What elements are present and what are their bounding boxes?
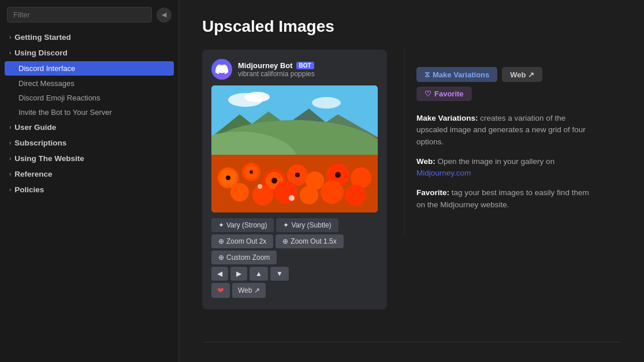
chevron-right-icon-6: ›: [9, 186, 11, 193]
svg-point-30: [250, 170, 253, 174]
sidebar-item-discord-emoji-reactions[interactable]: Discord Emoji Reactions: [0, 91, 178, 105]
vary-subtle-icon: ✦: [283, 221, 289, 229]
svg-point-21: [230, 183, 249, 201]
sidebar-item-direct-messages[interactable]: Direct Messages: [0, 76, 178, 91]
sidebar-item-invite-bot[interactable]: Invite the Bot to Your Server: [0, 105, 178, 120]
custom-zoom-button[interactable]: ⊕ Custom Zoom: [211, 251, 277, 264]
discord-card: Midjourney Bot BOT vibrant california po…: [202, 50, 387, 309]
sidebar-item-using-website[interactable]: › Using The Website: [0, 151, 178, 166]
generated-image-container: [211, 85, 378, 212]
vary-subtle-button[interactable]: ✦ Vary (Subtle): [276, 218, 338, 232]
sidebar-item-policies[interactable]: › Policies: [0, 182, 178, 197]
web-link-button[interactable]: Web ↗: [232, 283, 266, 298]
zoom-out-1-5x-button[interactable]: ⊕ Zoom Out 1.5x: [276, 234, 343, 248]
main-content: Upscaled Images Midjourney Bot BOT vibra…: [179, 0, 644, 362]
sidebar-item-using-discord[interactable]: › Using Discord: [0, 45, 178, 61]
chevron-right-icon-3: ›: [9, 140, 11, 146]
svg-point-24: [300, 186, 318, 204]
sidebar-item-getting-started[interactable]: › Getting Started: [0, 29, 178, 45]
bottom-section: Direct Messages If the #general or #newb…: [202, 342, 621, 362]
heart-icon: ♡: [425, 89, 431, 98]
svg-point-33: [335, 172, 341, 178]
sidebar-item-user-guide[interactable]: › User Guide: [0, 120, 178, 135]
favorite-heart-button[interactable]: ❤: [211, 283, 230, 298]
right-panel: ⧖ Make Variations Web ↗ ♡ Favorite Make …: [404, 50, 601, 236]
svg-point-2: [244, 92, 270, 102]
vary-strong-icon: ✦: [218, 221, 224, 229]
vary-buttons-row: ✦ Vary (Strong) ✦ Vary (Subtle): [211, 218, 378, 232]
pan-right-button[interactable]: ▶: [230, 267, 247, 281]
page-title: Upscaled Images: [202, 17, 621, 36]
zoom-icon-1: ⊕: [218, 237, 224, 245]
pan-down-button[interactable]: ▼: [270, 267, 289, 281]
svg-point-29: [226, 176, 230, 180]
sidebar-item-reference[interactable]: › Reference: [0, 166, 178, 182]
variations-icon: ⧖: [425, 70, 430, 79]
svg-point-27: [289, 195, 295, 201]
svg-point-25: [321, 181, 344, 204]
svg-point-31: [271, 178, 277, 184]
sidebar-item-subscriptions[interactable]: › Subscriptions: [0, 135, 178, 151]
collapse-button[interactable]: ◀: [157, 8, 172, 23]
chevron-down-icon: ›: [9, 50, 11, 56]
chevron-right-icon-5: ›: [9, 171, 11, 177]
zoom-icon-2: ⊕: [282, 237, 288, 245]
favorite-badge[interactable]: ♡ Favorite: [416, 87, 472, 101]
svg-point-22: [252, 185, 273, 206]
zoom-out-2x-button[interactable]: ⊕ Zoom Out 2x: [211, 234, 273, 248]
chevron-right-icon-4: ›: [9, 155, 11, 162]
midjourney-link[interactable]: Midjourney.com: [416, 169, 471, 177]
web-description: Web: Open the image in your gallery on M…: [416, 156, 589, 180]
make-variations-badge[interactable]: ⧖ Make Variations: [416, 67, 497, 82]
action-badges: ⧖ Make Variations Web ↗ ♡ Favorite: [416, 67, 589, 101]
sidebar-item-discord-interface[interactable]: Discord Interface: [5, 61, 174, 76]
svg-point-3: [312, 97, 341, 109]
sidebar: ◀ › Getting Started › Using Discord Disc…: [0, 0, 179, 362]
chevron-right-icon: ›: [9, 34, 11, 40]
pan-left-button[interactable]: ◀: [211, 267, 228, 281]
arrow-buttons-row: ◀ ▶ ▲ ▼: [211, 267, 378, 281]
svg-point-23: [274, 181, 297, 204]
filter-input[interactable]: [7, 7, 152, 23]
bot-subtitle: vibrant california poppies: [238, 70, 315, 78]
heart-web-row: ❤ Web ↗: [211, 283, 378, 298]
chevron-right-icon-2: ›: [9, 124, 11, 130]
svg-point-32: [295, 173, 300, 177]
bot-avatar: [211, 59, 232, 80]
generated-image: [211, 85, 378, 212]
favorite-description: Favorite: tag your best images to easily…: [416, 187, 589, 211]
pan-up-button[interactable]: ▲: [250, 267, 268, 281]
svg-point-28: [258, 184, 262, 189]
zoom-icon-3: ⊕: [218, 253, 224, 262]
vary-strong-button[interactable]: ✦ Vary (Strong): [211, 218, 274, 232]
bot-badge: BOT: [296, 62, 314, 69]
make-variations-description: Make Variations: creates a variation of …: [416, 113, 589, 148]
bot-name: Midjourney Bot: [238, 61, 293, 70]
zoom-buttons-row: ⊕ Zoom Out 2x ⊕ Zoom Out 1.5x ⊕ Custom Z…: [211, 234, 378, 264]
web-badge[interactable]: Web ↗: [502, 67, 542, 82]
svg-point-26: [345, 185, 366, 206]
